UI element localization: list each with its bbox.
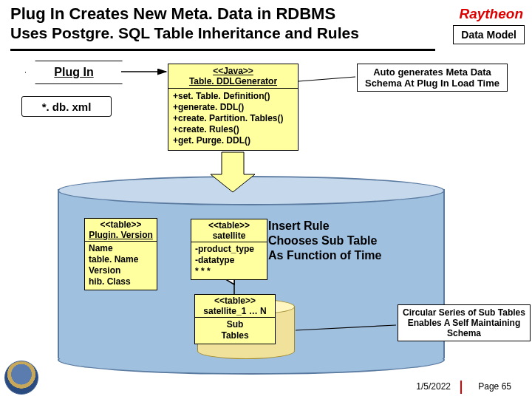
- circular-note: Circular Series of Sub Tables Enables A …: [398, 304, 531, 341]
- table-attr: Name: [89, 243, 153, 254]
- table-attr: hib. Class: [89, 276, 153, 287]
- plugin-label: Plug In: [54, 66, 93, 79]
- table-stereotype: <<table>>: [88, 219, 154, 230]
- page-number: 65: [502, 381, 511, 392]
- java-op: +create. Partition. Tables(): [173, 113, 293, 124]
- table-name: satellite: [194, 231, 264, 241]
- title-rule: [10, 49, 435, 51]
- footer-page: Page 65: [478, 381, 511, 392]
- footer-separator: [460, 381, 462, 394]
- data-model-badge: Data Model: [453, 25, 525, 44]
- plugin-version-table: <<table>> Plugin. Version Name table. Na…: [84, 218, 157, 290]
- java-op: +set. Table. Definition(): [173, 91, 293, 102]
- slide-subtitle: Uses Postgre. SQL Table Inheritance and …: [10, 24, 359, 42]
- sub-label: Tables: [199, 330, 271, 341]
- java-class-name: Table. DDLGenerator: [189, 76, 277, 86]
- table-attr: * * *: [195, 266, 263, 277]
- agency-seal-icon: [4, 361, 38, 395]
- dbxml-label: *. db. xml: [42, 100, 92, 113]
- insert-rule-annotation: Insert Rule Chooses Sub Table As Functio…: [268, 219, 427, 263]
- footer-date: 1/5/2022: [416, 381, 451, 392]
- slide-title: Plug In Creates New Meta. Data in RDBMS: [10, 4, 335, 24]
- table-name: satellite_1 … N: [198, 306, 272, 316]
- java-operations: +set. Table. Definition() +generate. DDL…: [168, 89, 298, 150]
- table-attr: table. Name: [89, 254, 153, 265]
- java-stereotype: <<Java>>: [213, 66, 253, 76]
- java-class-box: <<Java>> Table. DDLGenerator +set. Table…: [168, 64, 299, 151]
- page-label: Page: [478, 381, 499, 392]
- java-op: +generate. DDL(): [173, 102, 293, 113]
- sub-tables-box: <<table>> satellite_1 … N Sub Tables: [194, 294, 276, 344]
- auto-gen-note: Auto generates Meta Data Schema At Plug …: [357, 64, 508, 92]
- table-stereotype: <<table>>: [198, 296, 272, 306]
- ann-line: Chooses Sub Table: [268, 233, 427, 248]
- satellite-table: <<table>> satellite -product_type -datat…: [191, 219, 267, 280]
- ann-line: Insert Rule: [268, 219, 427, 233]
- slide-root: Plug In Creates New Meta. Data in RDBMS …: [0, 0, 532, 399]
- ann-line: As Function of Time: [268, 248, 427, 263]
- svg-line-1: [299, 77, 355, 81]
- sub-label: Sub: [199, 319, 271, 330]
- table-attr: -product_type: [195, 244, 263, 255]
- dbxml-box: *. db. xml: [21, 96, 112, 117]
- table-stereotype: <<table>>: [194, 220, 264, 231]
- company-logo: Raytheon: [459, 6, 523, 22]
- java-op: +get. Purge. DDL(): [173, 135, 293, 146]
- java-op: +create. Rules(): [173, 124, 293, 135]
- table-name: Plugin. Version: [88, 230, 154, 240]
- table-attr: Version: [89, 265, 153, 276]
- plugin-arrow-box: Plug In: [25, 61, 123, 84]
- table-attr: -datatype: [195, 255, 263, 266]
